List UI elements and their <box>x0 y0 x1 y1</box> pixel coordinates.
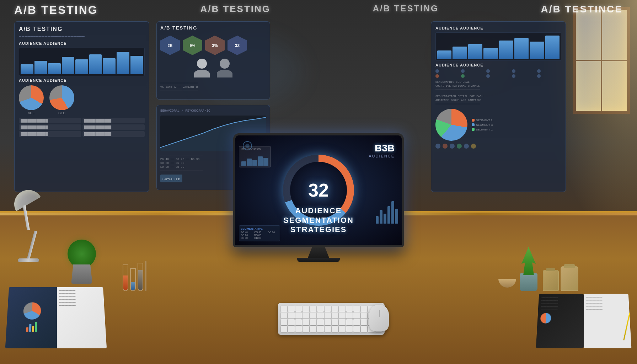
key-44[interactable] <box>295 326 302 332</box>
key-31[interactable] <box>303 319 309 325</box>
tube-liquid-2 <box>131 282 135 290</box>
seg-row-2: CO 80 BG 80 <box>241 234 278 236</box>
key-48[interactable] <box>325 326 331 332</box>
seg-cell-7: OB 00 <box>254 237 265 239</box>
key-33[interactable] <box>317 319 323 325</box>
plant-left <box>71 240 96 284</box>
key-6[interactable] <box>325 306 331 312</box>
key-53[interactable] <box>361 326 367 332</box>
right-scratch-2: SEGMENTATION DETAIL FOR EACH AUDIENCE GR… <box>435 94 561 106</box>
segmentation-table: SEGMENTATIVE PG 48 CG 40 DG 90 CO 80 BG … <box>239 225 280 241</box>
monitor: 32 B3B AUDIENCE SEGMENTATION <box>233 133 404 247</box>
legend-green-label: SEGMENT C <box>476 128 493 131</box>
key-35[interactable] <box>332 319 338 325</box>
key-11[interactable] <box>361 306 367 312</box>
dot-4 <box>512 69 515 73</box>
r-bar-5 <box>499 41 513 59</box>
r-bar-7 <box>530 42 544 59</box>
key-19[interactable] <box>317 312 323 318</box>
plant-foliage-left <box>68 240 96 268</box>
header-texts: A/B TESTING A/B TESTING A/B TESTING A/B … <box>0 4 637 17</box>
seg-row-3: EO 00 OB 00 <box>241 237 278 239</box>
monitor-small-bars <box>241 151 268 166</box>
key-25[interactable] <box>361 312 367 318</box>
key-51[interactable] <box>346 326 353 332</box>
key-7[interactable] <box>332 306 338 312</box>
s-bar-5 <box>263 158 268 166</box>
dot-3 <box>486 69 490 73</box>
key-30[interactable] <box>295 319 302 325</box>
key-8[interactable] <box>339 306 345 312</box>
key-34[interactable] <box>325 319 331 325</box>
key-45[interactable] <box>303 326 309 332</box>
book-page-text: ━━━━━━━━━━━━ ━━━━━━━━━━━━ ━━━━━━━━━━━━ ━… <box>59 289 102 307</box>
key-47[interactable] <box>317 326 323 332</box>
left-data-grid: ████████████ ████████████ ████████████ █… <box>19 118 145 137</box>
monitor-main-line2: SEGMENTATION <box>283 216 354 225</box>
book-left-page: ━━━━━━━━━━━━ ━━━━━━━━━━━━ ━━━━━━━━━━━━ ━… <box>57 287 107 348</box>
key-9[interactable] <box>346 306 353 312</box>
right-pie-area: SEGMENT A SEGMENT B SEGMENT C <box>435 109 561 141</box>
bar-9 <box>130 56 143 75</box>
dot-8 <box>486 74 490 78</box>
key-49[interactable] <box>332 326 338 332</box>
key-38[interactable] <box>353 319 360 325</box>
key-5[interactable] <box>317 306 323 312</box>
key-23[interactable] <box>346 312 353 318</box>
test-tubes <box>123 261 146 291</box>
key-50[interactable] <box>339 326 345 332</box>
key-18[interactable] <box>310 312 316 318</box>
legend-blue <box>472 123 475 126</box>
key-15[interactable] <box>288 312 294 318</box>
monitor-audience-small: AUDIENCE <box>369 154 395 158</box>
key-37[interactable] <box>346 319 353 325</box>
seg-cell-3: DG 90 <box>268 231 278 234</box>
key-0[interactable] <box>281 306 287 312</box>
key-2[interactable] <box>295 306 302 312</box>
r-bar-8 <box>545 36 560 59</box>
key-3[interactable] <box>303 306 309 312</box>
dot-5 <box>537 69 541 73</box>
bar-8 <box>117 52 129 74</box>
key-20[interactable] <box>325 312 331 318</box>
r-bar-1 <box>437 50 451 59</box>
hex-badge-3: 3% <box>205 36 225 55</box>
key-14[interactable] <box>281 312 287 318</box>
right-scratch-1: DEMOGRAPHIC CULTURAL COGNITIVE NATIONAL … <box>435 80 561 92</box>
key-42[interactable] <box>281 326 287 332</box>
key-36[interactable] <box>339 319 345 325</box>
key-46[interactable] <box>310 326 316 332</box>
key-4[interactable] <box>310 306 316 312</box>
key-21[interactable] <box>332 312 338 318</box>
grid-cell-5: ████████████ <box>19 131 81 137</box>
monitor-main-text-area: AUDIENCE SEGMENTATION STRATEGIES <box>283 206 354 234</box>
key-16[interactable] <box>295 312 302 318</box>
key-32[interactable] <box>310 319 316 325</box>
header-title-2: A/B TESTING <box>200 4 271 17</box>
bk-bar-1 <box>26 327 29 331</box>
bar-4 <box>62 57 75 74</box>
pie-1-label: AGE <box>19 111 44 115</box>
key-29[interactable] <box>288 319 294 325</box>
header-title-3: A/B TESTING <box>373 4 439 17</box>
lamp-arm-upper <box>23 205 30 230</box>
seg-cell-4: CO 80 <box>241 234 251 236</box>
book-right-page: ━━━━━━━━━━━━ ━━━━━━━━━━━━ ━━━━━━━━━━━━ ━… <box>584 294 631 348</box>
jar-1 <box>543 270 559 291</box>
key-39[interactable] <box>361 319 367 325</box>
mb-4 <box>387 206 390 224</box>
book-right-cover: ━━━━━━━━━━━━ ━━━━━━━━━━━━ ━━━━━━━━━━━━ ━… <box>536 294 584 348</box>
key-10[interactable] <box>353 306 360 312</box>
dot-7 <box>461 74 465 78</box>
bdot-6 <box>471 144 476 149</box>
test-tube-3 <box>138 263 143 291</box>
left-bar-chart <box>19 48 145 76</box>
key-52[interactable] <box>353 326 360 332</box>
key-43[interactable] <box>288 326 294 332</box>
key-1[interactable] <box>288 306 294 312</box>
jar-2 <box>561 266 578 291</box>
key-22[interactable] <box>339 312 345 318</box>
key-28[interactable] <box>281 319 287 325</box>
key-24[interactable] <box>353 312 360 318</box>
key-17[interactable] <box>303 312 309 318</box>
